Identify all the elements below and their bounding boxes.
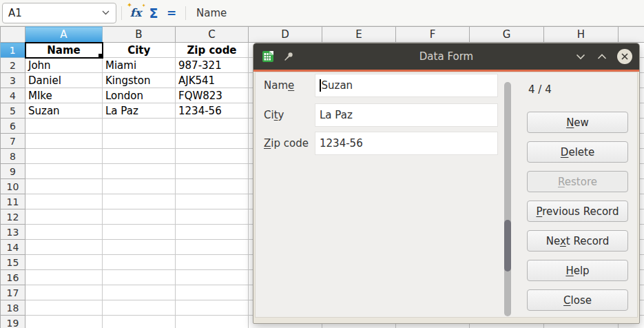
cell-C5[interactable]: 1234-56 xyxy=(176,103,249,119)
cell-C14[interactable] xyxy=(176,240,249,255)
sum-icon[interactable]: Σ xyxy=(145,4,163,22)
cell-B9[interactable] xyxy=(103,164,176,179)
column-header-E[interactable]: E xyxy=(322,27,396,43)
row-header-15[interactable]: 15 xyxy=(1,255,25,270)
row-header-10[interactable]: 10 xyxy=(1,179,25,194)
cell-C1[interactable]: Zip code xyxy=(176,43,249,58)
new-button[interactable]: New xyxy=(527,112,628,133)
row-header-19[interactable]: 19 xyxy=(1,316,25,328)
column-header-B[interactable]: B xyxy=(103,27,176,43)
cell-C2[interactable]: 987-321 xyxy=(176,58,249,73)
cell-A4[interactable]: MIke xyxy=(25,88,103,103)
column-header-G[interactable]: G xyxy=(470,27,544,43)
cell-B14[interactable] xyxy=(103,240,176,255)
cell-B1[interactable]: City xyxy=(103,43,176,58)
cell-B13[interactable] xyxy=(103,225,176,240)
name-box[interactable]: A1 xyxy=(2,3,116,23)
close-button[interactable]: Close xyxy=(527,289,628,311)
cell-B16[interactable] xyxy=(103,270,176,285)
select-all-corner[interactable] xyxy=(1,27,25,43)
close-icon[interactable] xyxy=(617,49,632,64)
equals-formula-icon[interactable]: = xyxy=(163,4,180,22)
row-header-7[interactable]: 7 xyxy=(1,134,25,149)
cell-B18[interactable] xyxy=(103,300,176,316)
cell-A14[interactable] xyxy=(25,240,103,255)
cell-B19[interactable] xyxy=(103,316,176,328)
help-button[interactable]: Help xyxy=(527,260,628,281)
cell-C8[interactable] xyxy=(176,149,249,164)
cell-C16[interactable] xyxy=(176,270,249,285)
row-header-14[interactable]: 14 xyxy=(1,240,25,255)
row-header-11[interactable]: 11 xyxy=(1,194,25,209)
cell-C13[interactable] xyxy=(176,225,249,240)
cell-C11[interactable] xyxy=(176,194,249,209)
cell-A12[interactable] xyxy=(25,209,103,225)
cell-B6[interactable] xyxy=(103,119,176,134)
row-header-12[interactable]: 12 xyxy=(1,209,25,225)
row-header-6[interactable]: 6 xyxy=(1,119,25,134)
cell-C12[interactable] xyxy=(176,209,249,225)
cell-C19[interactable] xyxy=(176,316,249,328)
cell-A13[interactable] xyxy=(25,225,103,240)
cell-B2[interactable]: Miami xyxy=(103,58,176,73)
row-header-9[interactable]: 9 xyxy=(1,164,25,179)
zip-code-input[interactable]: 1234-56 xyxy=(315,132,498,155)
cell-A3[interactable]: Daniel xyxy=(25,73,103,88)
row-header-2[interactable]: 2 xyxy=(1,58,25,73)
row-header-18[interactable]: 18 xyxy=(1,300,25,316)
cell-B17[interactable] xyxy=(103,285,176,300)
cell-C9[interactable] xyxy=(176,164,249,179)
cell-C15[interactable] xyxy=(176,255,249,270)
cell-B11[interactable] xyxy=(103,194,176,209)
column-header-D[interactable]: D xyxy=(249,27,322,43)
cell-A10[interactable] xyxy=(25,179,103,194)
row-header-16[interactable]: 16 xyxy=(1,270,25,285)
cell-A19[interactable] xyxy=(25,316,103,328)
city-input[interactable]: La Paz xyxy=(315,103,498,127)
row-header-13[interactable]: 13 xyxy=(1,225,25,240)
pin-icon[interactable] xyxy=(282,50,295,63)
cell-A15[interactable] xyxy=(25,255,103,270)
dialog-scrollbar[interactable] xyxy=(504,82,511,316)
column-header-C[interactable]: C xyxy=(176,27,249,43)
column-header-H[interactable]: H xyxy=(544,27,619,43)
cell-B4[interactable]: London xyxy=(103,88,176,103)
cell-C10[interactable] xyxy=(176,179,249,194)
cell-C7[interactable] xyxy=(176,134,249,149)
fill-handle[interactable] xyxy=(98,54,103,58)
cell-A11[interactable] xyxy=(25,194,103,209)
row-header-8[interactable]: 8 xyxy=(1,149,25,164)
dialog-scrollbar-thumb[interactable] xyxy=(504,220,511,271)
cell-B3[interactable]: Kingston xyxy=(103,73,176,88)
row-header-1[interactable]: 1 xyxy=(1,43,25,58)
cell-A2[interactable]: John xyxy=(25,58,103,73)
cell-B15[interactable] xyxy=(103,255,176,270)
cell-A9[interactable] xyxy=(25,164,103,179)
previous-record-button[interactable]: Previous Record xyxy=(527,201,628,222)
row-header-17[interactable]: 17 xyxy=(1,285,25,300)
cell-B7[interactable] xyxy=(103,134,176,149)
cell-A6[interactable] xyxy=(25,119,103,134)
cell-A17[interactable] xyxy=(25,285,103,300)
cell-A8[interactable] xyxy=(25,149,103,164)
cell-A18[interactable] xyxy=(25,300,103,316)
column-header-F[interactable]: F xyxy=(396,27,470,43)
row-header-3[interactable]: 3 xyxy=(1,73,25,88)
column-header-partial[interactable] xyxy=(619,27,644,43)
cell-B12[interactable] xyxy=(103,209,176,225)
roll-up-icon[interactable] xyxy=(596,50,608,63)
cell-C4[interactable]: FQW823 xyxy=(176,88,249,103)
cell-C18[interactable] xyxy=(176,300,249,316)
row-header-4[interactable]: 4 xyxy=(1,88,25,103)
roll-down-icon[interactable] xyxy=(574,50,587,63)
delete-button[interactable]: Delete xyxy=(527,141,628,163)
cell-C17[interactable] xyxy=(176,285,249,300)
cell-C3[interactable]: AJK541 xyxy=(176,73,249,88)
cell-A5[interactable]: Suzan xyxy=(25,103,103,119)
formula-input-line[interactable]: Name xyxy=(196,7,227,19)
next-record-button[interactable]: Next Record xyxy=(527,230,628,252)
cell-B8[interactable] xyxy=(103,149,176,164)
name-box-dropdown-icon[interactable] xyxy=(101,4,110,22)
row-header-5[interactable]: 5 xyxy=(1,103,25,119)
cell-C6[interactable] xyxy=(176,119,249,134)
